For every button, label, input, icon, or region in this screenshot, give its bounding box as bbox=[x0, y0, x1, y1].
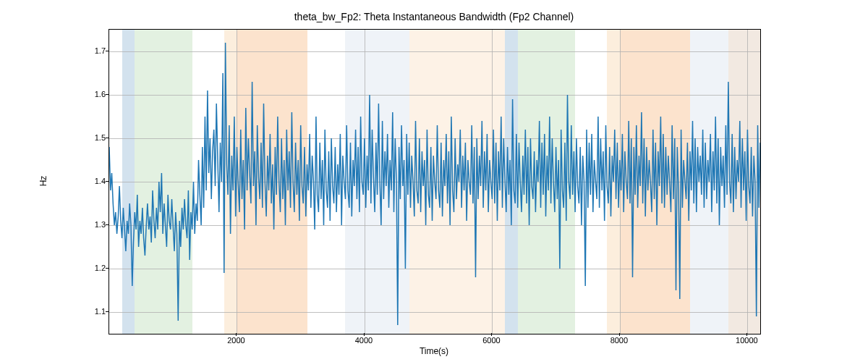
x-tick-label: 8000 bbox=[610, 336, 628, 345]
x-tick-label: 2000 bbox=[227, 336, 244, 345]
chart-container: theta_bw_Fp2: Theta Instantaneous Bandwi… bbox=[0, 0, 868, 362]
chart-title: theta_bw_Fp2: Theta Instantaneous Bandwi… bbox=[0, 11, 868, 22]
data-line bbox=[109, 30, 760, 334]
y-tick-label: 1.2 bbox=[77, 264, 106, 272]
y-axis-label: Hz bbox=[38, 176, 48, 187]
x-tick-label: 4000 bbox=[355, 336, 373, 345]
y-tick-label: 1.7 bbox=[77, 46, 106, 55]
y-tick-label: 1.6 bbox=[77, 90, 106, 98]
y-tick-label: 1.5 bbox=[77, 133, 106, 142]
x-tick-label: 6000 bbox=[482, 336, 500, 345]
plot-area bbox=[109, 29, 761, 334]
y-tick-label: 1.4 bbox=[77, 177, 106, 185]
x-axis-label: Time(s) bbox=[0, 346, 868, 356]
x-tick-label: 10000 bbox=[736, 336, 758, 345]
y-tick-label: 1.3 bbox=[77, 220, 106, 229]
y-tick-label: 1.1 bbox=[77, 307, 106, 316]
